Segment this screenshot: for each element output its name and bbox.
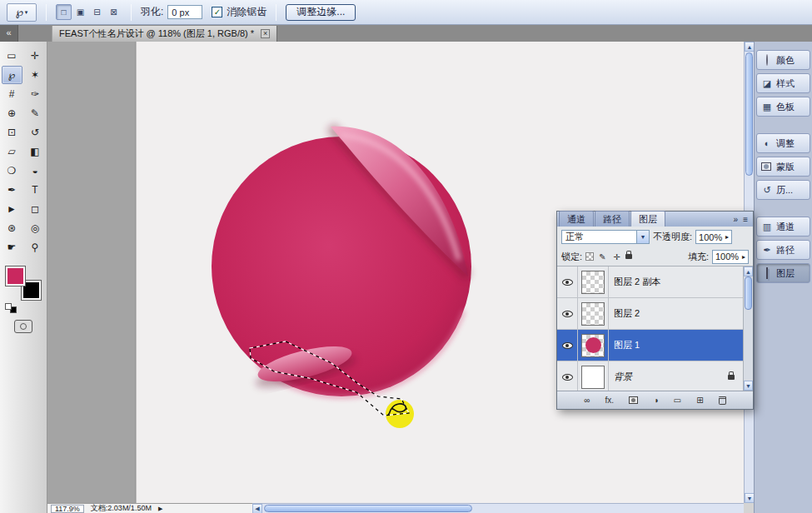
subtract-selection-button[interactable]: ⊟	[89, 4, 105, 20]
dock-button-channels[interactable]: ▥ 通道	[756, 217, 810, 237]
layer-name[interactable]: 图层 1	[614, 339, 640, 351]
opacity-input[interactable]: 100% ▸	[695, 230, 732, 244]
horizontal-scroll-thumb[interactable]	[264, 505, 472, 512]
tab-channels[interactable]: 通道	[559, 211, 594, 227]
scrollbar-corner	[744, 503, 754, 513]
history-icon: ↺	[761, 185, 773, 196]
collapse-panel-icon[interactable]: «	[0, 25, 18, 42]
opacity-label: 不透明度:	[653, 231, 692, 243]
scroll-down-icon[interactable]: ▼	[744, 381, 753, 391]
dodge-tool[interactable]: ◒	[25, 162, 46, 180]
new-layer-icon[interactable]: ⊞	[696, 396, 703, 405]
history-brush-tool[interactable]: ↺	[25, 123, 46, 142]
layer-thumbnail[interactable]	[581, 271, 605, 294]
path-selection-tool[interactable]: ►	[2, 200, 22, 218]
visibility-toggle[interactable]	[557, 266, 578, 297]
tab-paths[interactable]: 路径	[595, 211, 630, 227]
layer-row[interactable]: 图层 2	[557, 298, 743, 330]
layer-row[interactable]: 图层 2 副本	[557, 266, 743, 298]
intersect-selection-button[interactable]: ⊠	[106, 4, 122, 20]
layer-thumbnail[interactable]	[581, 334, 605, 357]
rectangular-marquee-tool[interactable]: ▭	[2, 47, 22, 65]
tab-layers[interactable]: 图层	[630, 211, 665, 227]
document-tab[interactable]: FEAST个性名片设计 @ 118% (图层 1, RGB/8) * ×	[52, 26, 277, 42]
layer-name[interactable]: 图层 2 副本	[614, 276, 660, 288]
foreground-color-swatch[interactable]	[6, 266, 25, 286]
crop-tool[interactable]: #	[2, 85, 22, 103]
scrubby-arrow-icon[interactable]: ▸	[742, 253, 745, 261]
chevron-down-icon[interactable]: ▼	[636, 231, 649, 243]
scroll-up-icon[interactable]: ▲	[744, 266, 753, 276]
zoom-level-field[interactable]: 117.9%	[51, 505, 84, 513]
brush-tool[interactable]: ✎	[25, 104, 46, 122]
panel-menu-icon[interactable]: ≡	[743, 215, 748, 224]
lock-position-icon[interactable]: ✛	[611, 252, 622, 261]
dock-button-adjustments[interactable]: ◐ 调整	[756, 133, 810, 153]
scroll-left-icon[interactable]: ◀	[252, 504, 262, 513]
type-tool[interactable]: T	[25, 181, 46, 199]
visibility-toggle[interactable]	[557, 298, 578, 329]
blur-tool[interactable]: ❍	[2, 162, 22, 180]
dock-button-history[interactable]: ↺ 历...	[756, 180, 810, 200]
swatches-icon: ▦	[761, 102, 773, 112]
dock-button-layers[interactable]: 图层	[756, 263, 810, 283]
vertical-scroll-thumb[interactable]	[745, 52, 753, 176]
3d-rotate-tool[interactable]: ⊛	[2, 219, 22, 237]
visibility-toggle[interactable]	[557, 330, 578, 361]
add-mask-icon[interactable]	[629, 396, 638, 404]
move-tool[interactable]: ✛	[25, 47, 46, 65]
magic-wand-tool[interactable]: ✶	[25, 66, 46, 84]
dock-button-swatches[interactable]: ▦ 色板	[756, 97, 810, 117]
lasso-tool[interactable]: ℘	[2, 66, 22, 84]
gradient-tool[interactable]: ◧	[25, 142, 46, 161]
layers-scroll-thumb[interactable]	[745, 276, 752, 310]
panel-collapse-icon[interactable]: »	[734, 215, 739, 224]
layer-thumbnail[interactable]	[581, 366, 605, 389]
antialias-checkbox[interactable]: ✓	[212, 7, 222, 17]
dock-label: 通道	[776, 221, 795, 233]
delete-layer-icon[interactable]	[719, 396, 726, 405]
link-layers-icon[interactable]: ∞	[584, 396, 590, 405]
healing-brush-tool[interactable]: ⊕	[2, 104, 22, 122]
hand-tool[interactable]: ☛	[2, 238, 22, 256]
layer-row-background[interactable]: 背景	[557, 361, 743, 391]
lock-all-icon[interactable]	[625, 254, 632, 259]
tool-preset-dropdown[interactable]: ℘ ▾	[7, 3, 37, 22]
blend-mode-select[interactable]: 正常 ▼	[561, 230, 650, 244]
adjustment-layer-icon[interactable]: ◑	[653, 396, 658, 405]
pen-tool[interactable]: ✒	[2, 181, 22, 199]
lock-transparency-icon[interactable]	[585, 252, 594, 261]
zoom-tool[interactable]: ⚲	[25, 238, 46, 256]
dock-button-paths[interactable]: ✒ 路径	[756, 240, 810, 260]
layer-name[interactable]: 背景	[614, 371, 632, 383]
3d-orbit-tool[interactable]: ◎	[25, 219, 46, 237]
scrubby-arrow-icon[interactable]: ▸	[725, 233, 729, 241]
default-colors-icon[interactable]	[5, 303, 17, 313]
layers-scrollbar[interactable]: ▲ ▼	[743, 266, 753, 391]
horizontal-scrollbar[interactable]: ◀	[252, 503, 744, 513]
quick-mask-button[interactable]	[14, 320, 32, 333]
dock-button-masks[interactable]: 蒙版	[756, 157, 810, 177]
lock-paint-icon[interactable]: ✎	[597, 252, 608, 261]
dock-button-color[interactable]: 颜色	[756, 50, 810, 70]
dock-button-styles[interactable]: ◪ 样式	[756, 73, 810, 93]
status-menu-arrow-icon[interactable]: ▶	[158, 506, 162, 512]
close-icon[interactable]: ×	[261, 29, 270, 38]
layer-row-selected[interactable]: 图层 1	[557, 330, 743, 361]
eraser-tool[interactable]: ▱	[2, 142, 22, 161]
fill-input[interactable]: 100% ▸	[712, 250, 749, 264]
layer-thumbnail[interactable]	[581, 302, 605, 326]
shape-tool[interactable]: ◻	[25, 200, 46, 218]
eye-icon	[562, 311, 573, 317]
layer-style-icon[interactable]: fx.	[605, 396, 614, 405]
clone-stamp-tool[interactable]: ⊡	[2, 123, 22, 142]
new-selection-button[interactable]: □	[56, 4, 72, 20]
eyedropper-tool[interactable]: ✑	[25, 85, 46, 103]
layer-name[interactable]: 图层 2	[614, 307, 640, 320]
refine-edge-button[interactable]: 调整边缘...	[286, 4, 356, 21]
add-selection-button[interactable]: ▣	[72, 4, 88, 20]
feather-input[interactable]: 0 px	[167, 5, 202, 19]
new-group-icon[interactable]: ▭	[674, 396, 681, 405]
visibility-toggle[interactable]	[557, 361, 578, 391]
background-lock-icon	[728, 375, 735, 380]
